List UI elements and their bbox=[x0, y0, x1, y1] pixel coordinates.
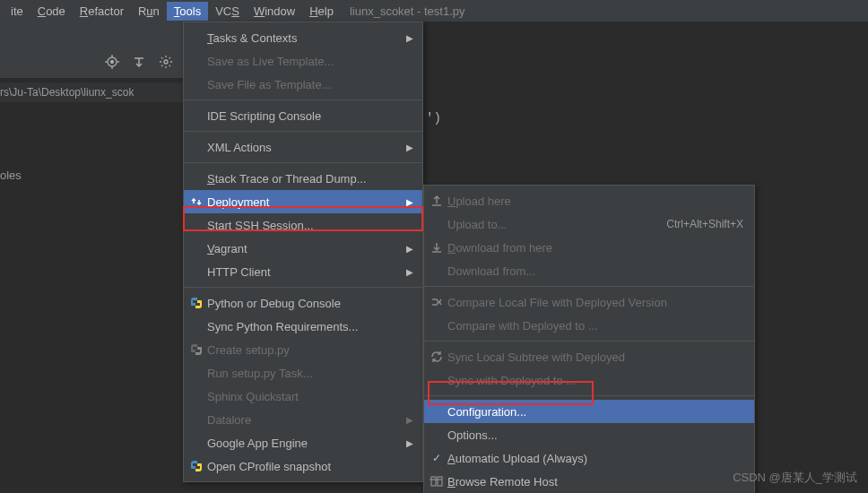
python-gray-icon bbox=[189, 342, 204, 357]
code-fragment: ') bbox=[426, 111, 441, 125]
menu-item-sync-python-requirements[interactable]: Sync Python Requirements... bbox=[184, 315, 422, 338]
menu-item-label: Tasks & Contexts bbox=[207, 31, 297, 45]
separator bbox=[424, 395, 754, 396]
menu-item-label: Datalore bbox=[207, 413, 251, 427]
svg-point-1 bbox=[111, 61, 114, 64]
separator bbox=[184, 131, 422, 132]
svg-rect-9 bbox=[431, 477, 436, 486]
menu-item-start-ssh-session[interactable]: Start SSH Session... bbox=[184, 213, 422, 237]
download-icon bbox=[430, 240, 444, 255]
menu-item-label: Vagrant bbox=[207, 242, 247, 255]
side-fragment: oles bbox=[0, 169, 22, 182]
menu-item-label: Sync Python Requirements... bbox=[207, 320, 358, 333]
menu-item-tasks-contexts[interactable]: Tasks & Contexts▶ bbox=[184, 26, 422, 49]
submenu-item-label: Configuration... bbox=[447, 405, 526, 419]
menu-item-xml-actions[interactable]: XML Actions▶ bbox=[184, 135, 422, 159]
submenu-arrow-icon: ▶ bbox=[406, 197, 413, 207]
menu-item-run-setup-py-task: Run setup.py Task... bbox=[184, 361, 422, 385]
submenu-item-label: Download from here bbox=[447, 241, 552, 255]
menu-item-label: Save File as Template... bbox=[207, 78, 332, 91]
menu-item-ide-scripting-console[interactable]: IDE Scripting Console bbox=[184, 104, 422, 127]
shortcut-label: Ctrl+Alt+Shift+X bbox=[666, 218, 743, 230]
submenu-arrow-icon: ▶ bbox=[406, 143, 413, 152]
menubar: iteCodeRefactorRunToolsVCSWindowHelpliun… bbox=[0, 0, 868, 22]
submenu-item-label: Compare Local File with Deployed Version bbox=[447, 296, 667, 309]
compare-icon bbox=[430, 295, 444, 309]
menu-item-python-or-debug-console[interactable]: Python or Debug Console bbox=[184, 291, 422, 315]
submenu-item-label: Sync Local Subtree with Deployed bbox=[447, 350, 625, 364]
submenu-item-sync-with-deployed-to: Sync with Deployed to ... bbox=[424, 368, 754, 392]
submenu-arrow-icon: ▶ bbox=[406, 267, 413, 277]
menu-item-deployment[interactable]: Deployment▶ bbox=[184, 190, 422, 213]
menu-tools[interactable]: Tools bbox=[167, 2, 208, 21]
submenu-item-label: Upload here bbox=[447, 195, 511, 208]
submenu-item-label: Upload to... bbox=[447, 218, 508, 231]
target-icon[interactable] bbox=[104, 54, 120, 70]
submenu-arrow-icon: ▶ bbox=[406, 244, 413, 254]
check-icon: ✓ bbox=[430, 451, 444, 465]
menu-item-label: Sphinx Quickstart bbox=[207, 390, 299, 403]
menu-item-label: Deployment bbox=[207, 195, 269, 209]
menu-item-google-app-engine[interactable]: Google App Engine▶ bbox=[184, 431, 422, 454]
deployment-submenu: Upload hereUpload to...Ctrl+Alt+Shift+XD… bbox=[423, 185, 755, 493]
submenu-item-upload-here: Upload here bbox=[424, 189, 754, 212]
submenu-item-label: Download from... bbox=[447, 264, 535, 278]
submenu-arrow-icon: ▶ bbox=[406, 438, 413, 448]
expand-icon[interactable] bbox=[131, 54, 147, 70]
submenu-item-label: Options... bbox=[447, 428, 498, 442]
menu-item-label: Run setup.py Task... bbox=[207, 367, 313, 380]
submenu-item-download-from: Download from... bbox=[424, 259, 754, 282]
menu-item-sphinx-quickstart: Sphinx Quickstart bbox=[184, 385, 422, 408]
submenu-item-automatic-upload-always[interactable]: ✓Automatic Upload (Always) bbox=[424, 446, 754, 470]
menu-item-label: HTTP Client bbox=[207, 265, 271, 279]
submenu-arrow-icon: ▶ bbox=[406, 33, 413, 43]
menu-item-save-as-live-template: Save as Live Template... bbox=[184, 49, 422, 73]
menu-item-label: Save as Live Template... bbox=[207, 55, 334, 68]
menu-item-label: Google App Engine bbox=[207, 437, 308, 450]
gear-icon[interactable] bbox=[158, 54, 174, 70]
separator bbox=[184, 287, 422, 288]
menu-ite[interactable]: ite bbox=[4, 2, 30, 21]
browse-icon bbox=[430, 474, 444, 489]
window-title: liunx_scoket - test1.py bbox=[350, 4, 465, 18]
submenu-item-browse-remote-host[interactable]: Browse Remote Host bbox=[424, 470, 754, 493]
watermark: CSDN @唐某人_学测试 bbox=[733, 470, 857, 486]
submenu-item-compare-local-file-with-deployed-version: Compare Local File with Deployed Version bbox=[424, 290, 754, 314]
menu-item-create-setup-py: Create setup.py bbox=[184, 338, 422, 361]
menu-item-open-cprofile-snapshot[interactable]: Open CProfile snapshot bbox=[184, 454, 422, 478]
menu-item-label: Create setup.py bbox=[207, 343, 290, 357]
separator bbox=[184, 162, 422, 163]
tools-menu: Tasks & Contexts▶Save as Live Template..… bbox=[183, 22, 423, 482]
menu-item-label: Python or Debug Console bbox=[207, 297, 341, 310]
menu-item-label: Open CProfile snapshot bbox=[207, 460, 331, 473]
submenu-item-upload-to: Upload to...Ctrl+Alt+Shift+X bbox=[424, 212, 754, 236]
submenu-item-label: Sync with Deployed to ... bbox=[447, 374, 576, 387]
menu-item-label: IDE Scripting Console bbox=[207, 109, 321, 123]
python-icon bbox=[189, 296, 204, 310]
menu-code[interactable]: Code bbox=[30, 2, 73, 21]
menu-run[interactable]: Run bbox=[131, 2, 167, 21]
menu-help[interactable]: Help bbox=[302, 2, 341, 21]
menu-item-save-file-as-template: Save File as Template... bbox=[184, 73, 422, 96]
separator bbox=[424, 286, 754, 287]
menu-vcs[interactable]: VCS bbox=[208, 2, 247, 21]
menu-item-vagrant[interactable]: Vagrant▶ bbox=[184, 237, 422, 260]
menu-item-label: Stack Trace or Thread Dump... bbox=[207, 172, 367, 186]
python-icon bbox=[189, 459, 204, 473]
submenu-item-download-from-here: Download from here bbox=[424, 236, 754, 259]
menu-item-http-client[interactable]: HTTP Client▶ bbox=[184, 260, 422, 283]
submenu-arrow-icon: ▶ bbox=[406, 415, 413, 425]
submenu-item-label: Automatic Upload (Always) bbox=[447, 452, 587, 465]
upload-icon bbox=[430, 194, 444, 208]
menu-item-stack-trace-or-thread-dump[interactable]: Stack Trace or Thread Dump... bbox=[184, 167, 422, 190]
deploy-icon bbox=[189, 195, 204, 209]
menu-window[interactable]: Window bbox=[247, 2, 302, 21]
submenu-item-options[interactable]: Options... bbox=[424, 423, 754, 446]
menu-item-label: Start SSH Session... bbox=[207, 219, 314, 232]
separator bbox=[424, 341, 754, 342]
submenu-item-compare-with-deployed-to: Compare with Deployed to ... bbox=[424, 314, 754, 337]
svg-rect-10 bbox=[438, 477, 442, 486]
submenu-item-configuration[interactable]: Configuration... bbox=[424, 400, 754, 423]
submenu-item-label: Compare with Deployed to ... bbox=[447, 319, 598, 333]
menu-refactor[interactable]: Refactor bbox=[73, 2, 131, 21]
